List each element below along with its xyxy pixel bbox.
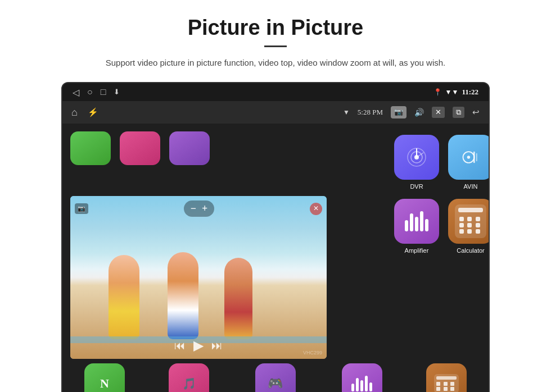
- wheelkey-icon-box: 🎮: [255, 363, 296, 392]
- top-row-apps: [62, 124, 389, 165]
- avin-icon-box: [448, 135, 490, 180]
- download-icon: ⬇: [114, 88, 120, 97]
- video-watermark: VHC299: [303, 350, 322, 355]
- siriusxm-icon-box: 🎵: [169, 363, 209, 392]
- avin-svg: [460, 147, 481, 167]
- pip-controls: 📷 − + ✕: [75, 200, 322, 217]
- calculator-display: [455, 204, 486, 238]
- calc-key-3: [476, 217, 480, 221]
- title-divider: [264, 45, 287, 47]
- calc2-bar: [436, 376, 457, 380]
- right-app-grid: DVR AVIN: [389, 124, 490, 359]
- home-nav-icon[interactable]: ○: [87, 87, 93, 97]
- amplifier2-icon-box: [342, 363, 382, 392]
- calc-key-5: [467, 223, 472, 227]
- app-icon-avin[interactable]: AVIN: [448, 135, 490, 190]
- netflix-icon-box: N: [84, 363, 125, 392]
- top-app-siriusxm[interactable]: [120, 131, 160, 165]
- amp-bars-2: [351, 376, 372, 391]
- signal-icon: ▼▼: [445, 88, 459, 97]
- pip-video[interactable]: 📷 − + ✕ ⏮ ▶ ⏭ V: [70, 196, 327, 359]
- pip-playback-controls: ⏮ ▶ ⏭: [174, 338, 223, 353]
- volume-toolbar-icon[interactable]: 🔊: [414, 108, 424, 117]
- back-toolbar-icon[interactable]: ↩: [472, 107, 480, 117]
- calc2-display: [434, 374, 459, 392]
- amp-bar-4: [420, 211, 423, 231]
- usb-icon: ⚡: [88, 107, 98, 117]
- top-app-netflix[interactable]: [70, 131, 111, 165]
- amplifier-bars: [405, 211, 428, 231]
- amp2-bar-3: [360, 380, 363, 391]
- bottom-app-amplifier-2[interactable]: Amplifier: [342, 363, 382, 392]
- pip-play-button[interactable]: ▶: [193, 338, 204, 353]
- app-icon-amplifier[interactable]: Amplifier: [394, 199, 439, 254]
- calc-keys: [458, 216, 483, 235]
- amp-bar-3: [415, 217, 418, 231]
- app-area: 📷 − + ✕ ⏮ ▶ ⏭ V: [62, 124, 489, 359]
- camera-toolbar-icon[interactable]: 📷: [391, 106, 407, 118]
- pip-close-button[interactable]: ✕: [310, 203, 322, 215]
- calc-key-4: [459, 223, 464, 227]
- app-icon-calculator[interactable]: Calculator: [448, 199, 490, 254]
- calc2-k1: [436, 382, 440, 386]
- status-bar: ◁ ○ □ ⬇ 📍 ▼▼ 11:22: [62, 83, 489, 101]
- bottom-app-wheelkey[interactable]: 🎮 Wheelkey Study: [253, 363, 297, 392]
- bottom-app-siriusxm[interactable]: 🎵 SiriusXM: [169, 363, 209, 392]
- pip-zoom-controls: − +: [184, 200, 215, 217]
- recents-nav-icon[interactable]: □: [101, 87, 106, 97]
- calculator2-icon-box: [426, 363, 467, 392]
- calculator-label: Calculator: [457, 247, 485, 254]
- bottom-app-row: N Netflix 🎵 SiriusXM 🎮 Wheelkey Study: [62, 359, 489, 392]
- app-icon-dvr[interactable]: DVR: [394, 135, 439, 190]
- pip-zoom-minus[interactable]: −: [191, 203, 196, 215]
- status-bar-nav: ◁ ○ □ ⬇: [73, 87, 120, 98]
- close-toolbar-icon[interactable]: ✕: [432, 107, 445, 118]
- pip-next-button[interactable]: ⏭: [211, 339, 223, 352]
- page-subtitle: Support video picture in picture functio…: [22, 56, 529, 70]
- toolbar-time: 5:28 PM: [358, 108, 383, 117]
- app-row-1: DVR AVIN: [394, 135, 490, 190]
- amp2-bar-4: [365, 376, 368, 391]
- page-title: Picture in Picture: [22, 16, 529, 40]
- calc2-k4: [436, 387, 440, 391]
- calc-display-bar: [458, 208, 483, 212]
- dvr-icon-box: [394, 135, 439, 180]
- bottom-app-netflix[interactable]: N Netflix: [84, 363, 125, 392]
- toolbar-right: ▼ 5:28 PM 📷 🔊 ✕ ⧉ ↩: [343, 106, 480, 118]
- calc2-k5: [444, 387, 448, 391]
- device-frame: ◁ ○ □ ⬇ 📍 ▼▼ 11:22 ⌂ ⚡ ▼ 5:28 PM 📷 🔊: [61, 82, 490, 392]
- video-scene: [70, 196, 327, 359]
- pip-toolbar-icon[interactable]: ⧉: [453, 107, 464, 118]
- amplifier-icon-box: [394, 199, 439, 244]
- bottom-app-calculator-2[interactable]: Calculator: [426, 363, 467, 392]
- pip-prev-button[interactable]: ⏮: [174, 339, 186, 352]
- amp-bar-1: [405, 220, 408, 231]
- status-bar-info: 📍 ▼▼ 11:22: [433, 88, 478, 97]
- clock: 11:22: [462, 88, 478, 97]
- wifi-status-icon: ▼: [343, 108, 350, 117]
- calc-key-8: [467, 229, 472, 234]
- amp2-bar-2: [356, 378, 359, 391]
- dvr-radar-svg: [405, 146, 428, 168]
- dvr-label: DVR: [410, 183, 423, 190]
- svg-point-6: [467, 156, 470, 158]
- calc-key-7: [459, 229, 464, 234]
- calc-key-2: [467, 217, 472, 221]
- amp-bar-5: [425, 219, 428, 231]
- calculator-icon-box: [448, 199, 490, 244]
- amp-bar-2: [410, 213, 413, 231]
- back-nav-icon[interactable]: ◁: [73, 87, 79, 98]
- calc2-k3: [450, 382, 454, 386]
- top-app-wheelkey[interactable]: [169, 131, 210, 165]
- calc-key-9: [476, 229, 480, 234]
- screen-content: 📷 − + ✕ ⏮ ▶ ⏭ V: [62, 124, 489, 392]
- calc-key-6: [476, 223, 480, 227]
- amplifier-label: Amplifier: [405, 247, 429, 254]
- amp2-bar-5: [369, 382, 372, 391]
- amp2-bar-1: [351, 384, 354, 391]
- calc2-grid: [436, 382, 457, 391]
- calc2-k2: [444, 382, 448, 386]
- home-icon[interactable]: ⌂: [71, 107, 78, 118]
- pip-zoom-plus[interactable]: +: [202, 203, 207, 215]
- pip-camera-badge: 📷: [75, 203, 88, 214]
